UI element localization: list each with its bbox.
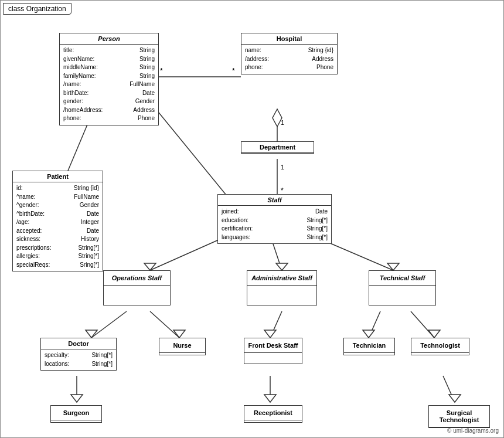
class-technologist-header: Technologist xyxy=(411,338,469,353)
svg-text:*: * xyxy=(232,67,235,75)
class-nurse-header: Nurse xyxy=(159,338,205,353)
class-surgeon-header: Surgeon xyxy=(51,406,101,420)
svg-text:1: 1 xyxy=(281,119,284,126)
class-surgical-tech: Surgical Technologist xyxy=(428,405,490,428)
class-department: Department xyxy=(241,141,314,154)
class-staff-header: Staff xyxy=(218,195,331,206)
copyright: © uml-diagrams.org xyxy=(447,427,499,434)
class-tech-staff-header: Technical Staff xyxy=(369,271,435,286)
class-ops-staff-header: Operations Staff xyxy=(104,271,170,286)
diagram: class Organization * * 1 * 1 * xyxy=(0,0,504,438)
class-technologist: Technologist xyxy=(411,338,469,355)
svg-line-29 xyxy=(411,311,434,338)
class-patient-header: Patient xyxy=(13,171,103,182)
svg-line-23 xyxy=(150,311,179,338)
class-staff: Staff joined:Date education:String[*] ce… xyxy=(217,194,332,244)
class-technician: Technician xyxy=(343,338,395,355)
class-surgeon: Surgeon xyxy=(50,405,102,423)
class-person-body: title:String givenName:String middleName… xyxy=(60,45,158,125)
svg-marker-18 xyxy=(276,263,288,270)
class-person: Person title:String givenName:String mid… xyxy=(59,33,159,125)
class-ops-staff: Operations Staff xyxy=(103,270,171,305)
class-nurse: Nurse xyxy=(159,338,206,355)
class-hospital: Hospital name:String {id} /address:Addre… xyxy=(241,33,338,74)
svg-marker-16 xyxy=(144,263,156,270)
class-technician-header: Technician xyxy=(344,338,394,353)
diagram-title: class Organization xyxy=(3,3,71,15)
svg-line-13 xyxy=(156,109,235,206)
svg-marker-24 xyxy=(173,330,185,338)
class-staff-body: joined:Date education:String[*] certific… xyxy=(218,206,331,243)
class-tech-staff: Technical Staff xyxy=(369,270,436,305)
svg-marker-22 xyxy=(86,330,97,338)
class-hospital-header: Hospital xyxy=(241,33,337,45)
svg-marker-26 xyxy=(264,330,276,338)
class-receptionist: Receptionist xyxy=(244,405,302,423)
class-hospital-body: name:String {id} /address:Address phone:… xyxy=(241,45,337,74)
class-surgical-tech-header: Surgical Technologist xyxy=(429,406,489,427)
svg-marker-4 xyxy=(273,109,282,127)
class-front-desk-header: Front Desk Staff xyxy=(244,338,302,353)
class-patient-body: id:String {id} ^name:FullName ^gender:Ge… xyxy=(13,182,103,271)
svg-marker-32 xyxy=(71,395,83,402)
class-person-header: Person xyxy=(60,33,158,45)
svg-marker-36 xyxy=(449,395,461,402)
class-admin-staff-header: Administrative Staff xyxy=(247,271,316,286)
svg-text:*: * xyxy=(281,186,284,195)
class-department-header: Department xyxy=(241,142,314,153)
class-patient: Patient id:String {id} ^name:FullName ^g… xyxy=(12,171,103,271)
class-receptionist-header: Receptionist xyxy=(244,406,302,420)
class-admin-staff: Administrative Staff xyxy=(247,270,317,305)
svg-line-27 xyxy=(369,311,380,338)
class-doctor-header: Doctor xyxy=(41,338,116,349)
svg-marker-30 xyxy=(428,330,440,338)
svg-marker-34 xyxy=(264,395,276,402)
svg-text:*: * xyxy=(160,67,163,75)
svg-text:1: 1 xyxy=(281,164,284,171)
svg-marker-28 xyxy=(363,330,374,338)
svg-line-21 xyxy=(91,311,127,338)
class-doctor: Doctor specialty:String[*] locations:Str… xyxy=(40,338,117,371)
svg-line-35 xyxy=(443,376,455,402)
svg-marker-20 xyxy=(387,263,399,270)
svg-line-25 xyxy=(270,311,282,338)
class-front-desk: Front Desk Staff xyxy=(244,338,302,364)
class-doctor-body: specialty:String[*] locations:String[*] xyxy=(41,349,116,370)
